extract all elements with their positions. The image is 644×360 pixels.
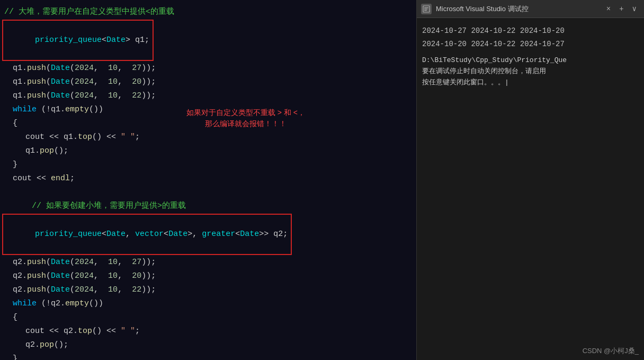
code-line-endl1: cout << endl; [0, 172, 416, 186]
console-path: D:\BiTeStudy\Cpp_Study\Priority_Que 要在调试… [422, 55, 639, 88]
code-line-push2a: q2.push(Date(2024, 10, 27)); [0, 256, 416, 269]
code-line-push2b: q2.push(Date(2024, 10, 20)); [0, 269, 416, 283]
code-line-pq2: priority_queue<Date, vector<Date>, great… [0, 213, 416, 256]
console-titlebar: Microsoft Visual Studio 调试控 × + ∨ [417, 0, 644, 18]
annotation-line1: 如果对于自定义类型不重载 > 和 <， [186, 108, 305, 117]
comment-text-1: // 大堆，需要用户在自定义类型中提供<的重载 [4, 6, 174, 19]
console-tab-controls[interactable]: × + ∨ [603, 3, 640, 14]
code-line-pq1: priority_queue<Date> q1; [0, 19, 416, 62]
code-editor: // 大堆，需要用户在自定义类型中提供<的重载 priority_queue<D… [0, 0, 416, 360]
code-line-cout1: cout << q1.top() << " "; [0, 130, 416, 144]
code-line-while2: while (!q2.empty()) [0, 297, 416, 311]
code-line-brace1-close: } [0, 158, 416, 172]
code-line-comment2: // 如果要创建小堆，需要用户提供>的重载 [0, 199, 416, 213]
svg-rect-2 [424, 8, 427, 9]
console-path-line2: 要在调试停止时自动关闭控制台，请启用 [422, 66, 639, 77]
code-line-push1a: q1.push(Date(2024, 10, 27)); [0, 62, 416, 75]
code-annotation: 如果对于自定义类型不重载 > 和 <， 那么编译就会报错！！！ [186, 107, 305, 129]
code-line-push2c: q2.push(Date(2024, 10, 22)); [0, 283, 416, 297]
console-footer-text: CSDN @小柯J桑_ [583, 347, 639, 355]
console-path-line3: 按任意键关闭此窗口。。。| [422, 77, 639, 89]
code-line-comment1: // 大堆，需要用户在自定义类型中提供<的重载 [0, 5, 416, 19]
console-output: 2024-10-27 2024-10-22 2024-10-20 2024-10… [417, 18, 644, 342]
code-line-push1c: q1.push(Date(2024, 10, 22)); [0, 89, 416, 103]
console-path-line1: D:\BiTeStudy\Cpp_Study\Priority_Que [422, 55, 639, 66]
console-close-btn[interactable]: × [603, 4, 614, 14]
code-line-pop2: q2.pop(); [0, 338, 416, 352]
console-footer: CSDN @小柯J桑_ [417, 342, 644, 360]
svg-rect-1 [424, 7, 428, 8]
console-output-line1: 2024-10-27 2024-10-22 2024-10-20 [422, 24, 639, 38]
console-panel: Microsoft Visual Studio 调试控 × + ∨ 2024-1… [416, 0, 644, 360]
console-icon [421, 4, 432, 14]
comment-text-2: // 如果要创建小堆，需要用户提供>的重载 [13, 200, 186, 213]
highlight-pq1: priority_queue<Date> q1; [2, 20, 154, 61]
code-line-brace2-open: { [0, 311, 416, 324]
code-line-pop1: q1.pop(); [0, 144, 416, 158]
console-title-text: Microsoft Visual Studio 调试控 [436, 4, 599, 14]
code-line-empty [0, 186, 416, 199]
highlight-pq2: priority_queue<Date, vector<Date>, great… [2, 214, 292, 255]
console-output-line2: 2024-10-20 2024-10-22 2024-10-27 [422, 38, 639, 51]
svg-rect-3 [424, 10, 427, 11]
console-add-btn[interactable]: + [616, 4, 627, 14]
code-line-push1b: q1.push(Date(2024, 10, 20)); [0, 75, 416, 89]
code-line-cout2: cout << q2.top() << " "; [0, 324, 416, 338]
annotation-line2: 那么编译就会报错！！！ [205, 119, 287, 128]
console-chevron-btn[interactable]: ∨ [629, 3, 640, 14]
code-line-brace2-close: } [0, 352, 416, 360]
